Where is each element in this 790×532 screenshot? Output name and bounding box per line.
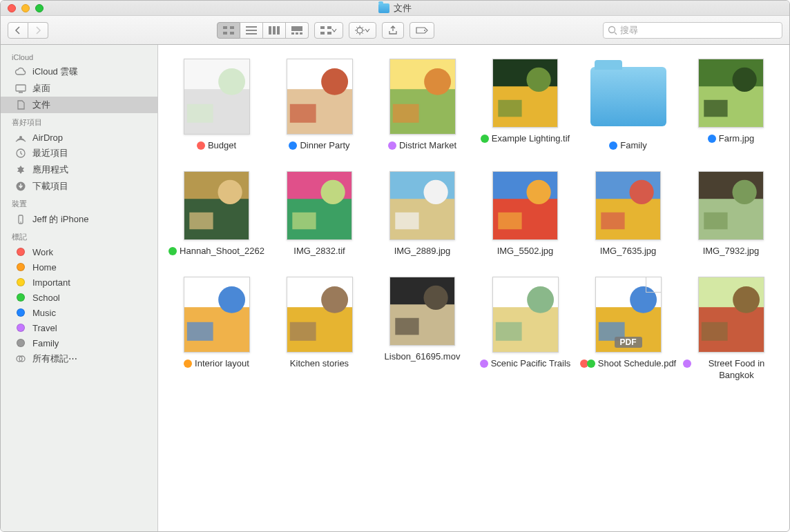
file-item[interactable]: IMG_2889.jpg — [371, 171, 474, 257]
file-thumbnail — [184, 277, 250, 353]
file-name: Scenic Pacific Trails — [491, 358, 571, 370]
svg-rect-60 — [395, 213, 418, 230]
file-item[interactable]: Budget — [165, 59, 268, 152]
share-button[interactable] — [382, 22, 404, 39]
file-item[interactable]: Kitchen stories — [268, 277, 371, 382]
file-item[interactable]: Dinner Party — [268, 59, 371, 152]
svg-rect-14 — [320, 26, 325, 29]
sidebar-item[interactable]: Important — [1, 275, 157, 290]
file-label: IMG_7932.jpg — [703, 246, 760, 257]
file-item[interactable]: Example Lighting.tif — [474, 59, 577, 152]
file-label: Shoot Schedule.pdf — [580, 358, 676, 370]
window-controls — [1, 4, 44, 12]
sidebar-item[interactable]: 下載項目 — [1, 178, 157, 195]
action-button[interactable] — [349, 22, 376, 39]
gallery-view-button[interactable] — [286, 22, 309, 39]
svg-rect-40 — [392, 104, 418, 123]
sidebar-item[interactable]: Family — [1, 335, 157, 351]
sidebar-item[interactable]: 最近項目 — [1, 145, 157, 161]
sidebar-item[interactable]: Music — [1, 305, 157, 320]
file-item[interactable]: IMG_2832.tif — [268, 171, 371, 257]
svg-point-75 — [218, 286, 245, 313]
sidebar-item[interactable]: Home — [1, 259, 157, 275]
sidebar-item[interactable]: Jeff 的 iPhone — [1, 211, 157, 228]
title-text: 文件 — [394, 2, 412, 14]
forward-button[interactable] — [28, 22, 48, 39]
sidebar-item[interactable]: AirDrop — [1, 130, 157, 145]
sidebar-item[interactable]: 文件 — [1, 97, 157, 113]
column-view-button[interactable] — [263, 22, 286, 39]
tag-dot — [480, 359, 488, 368]
content-area[interactable]: Budget Dinner Party District Market Exam… — [158, 45, 789, 531]
minimize-button[interactable] — [21, 4, 30, 12]
file-item[interactable]: District Market — [371, 59, 474, 152]
svg-rect-0 — [223, 26, 227, 29]
sidebar-item-label: 最近項目 — [32, 147, 68, 159]
file-thumbnail — [287, 171, 352, 240]
file-item[interactable]: IMG_7635.jpg — [577, 171, 680, 257]
file-item[interactable]: Scenic Pacific Trails — [474, 277, 577, 382]
back-button[interactable] — [8, 22, 28, 39]
file-item[interactable]: Lisbon_61695.mov — [371, 277, 474, 382]
download-icon — [15, 181, 27, 192]
svg-point-63 — [526, 180, 550, 204]
search-field[interactable] — [603, 22, 782, 39]
file-name: IMG_5502.jpg — [497, 246, 554, 257]
tag-icon — [15, 292, 27, 303]
sidebar-item-label: 桌面 — [32, 82, 50, 95]
file-name: Budget — [208, 140, 236, 152]
svg-rect-11 — [291, 32, 294, 35]
tag-dot — [289, 141, 297, 150]
file-item[interactable]: PDFShoot Schedule.pdf — [577, 277, 680, 382]
apps-icon — [15, 164, 27, 175]
tags-button[interactable] — [410, 22, 434, 39]
svg-point-95 — [733, 286, 760, 313]
tag-dot — [184, 359, 192, 368]
file-grid: Budget Dinner Party District Market Exam… — [165, 59, 782, 382]
svg-point-39 — [424, 68, 451, 95]
titlebar: 文件 — [1, 1, 789, 16]
search-input[interactable] — [620, 25, 778, 35]
file-item[interactable]: Street Food in Bangkok — [680, 277, 782, 382]
file-item[interactable]: IMG_7932.jpg — [680, 171, 782, 257]
close-button[interactable] — [8, 4, 16, 12]
sidebar-item[interactable]: 桌面 — [1, 80, 157, 97]
file-item[interactable]: IMG_5502.jpg — [474, 171, 577, 257]
svg-rect-4 — [246, 26, 257, 28]
file-thumbnail — [389, 59, 456, 135]
sidebar-item[interactable]: School — [1, 290, 157, 305]
svg-point-51 — [218, 180, 242, 204]
svg-point-71 — [732, 180, 756, 204]
file-label: Scenic Pacific Trails — [480, 358, 571, 370]
file-thumbnail — [590, 59, 666, 135]
file-label: Hannah_Shoot_2262 — [168, 246, 264, 257]
maximize-button[interactable] — [35, 4, 44, 12]
svg-point-87 — [527, 286, 554, 313]
sidebar-item[interactable]: Work — [1, 244, 157, 259]
sidebar-item[interactable]: 應用程式 — [1, 161, 157, 178]
icon-view-button[interactable] — [217, 22, 240, 39]
sidebar-item[interactable]: iCloud 雲碟 — [1, 63, 157, 80]
file-label: Budget — [197, 140, 236, 152]
tag-dot — [609, 141, 617, 150]
tag-icon — [15, 246, 27, 257]
svg-rect-36 — [289, 104, 316, 123]
list-view-button[interactable] — [240, 22, 263, 39]
file-thumbnail — [287, 59, 353, 135]
file-item[interactable]: Interior layout — [165, 277, 268, 382]
svg-rect-1 — [230, 26, 234, 29]
tag-dot — [708, 135, 716, 143]
arrange-button[interactable] — [314, 22, 343, 39]
search-icon — [608, 26, 617, 35]
recent-icon — [15, 148, 27, 159]
file-item[interactable]: Family — [577, 59, 680, 152]
file-name: IMG_7932.jpg — [703, 246, 760, 257]
window-title: 文件 — [378, 2, 412, 14]
sidebar-item[interactable]: Travel — [1, 320, 157, 335]
file-item[interactable]: Farm.jpg — [680, 59, 782, 152]
sidebar-item[interactable]: 所有標記⋯ — [1, 351, 157, 367]
svg-point-18 — [357, 28, 363, 33]
file-item[interactable]: Hannah_Shoot_2262 — [165, 171, 268, 257]
nav-buttons — [8, 22, 48, 39]
svg-rect-44 — [498, 100, 521, 117]
